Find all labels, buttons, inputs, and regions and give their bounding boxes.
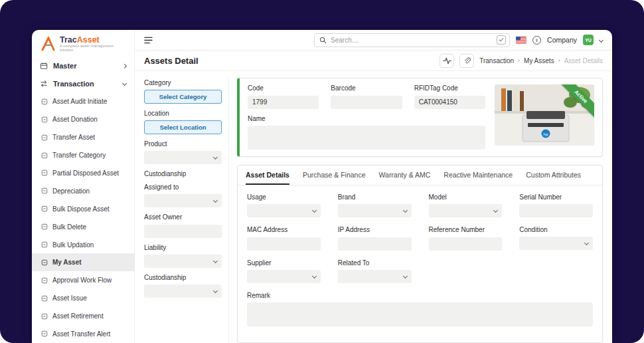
sidebar-item-label: Asset Issue [52,294,87,302]
menu-item-icon [41,277,48,284]
model-select[interactable] [429,204,503,217]
tab-custom-attributes[interactable]: Custom Attributes [526,166,581,185]
sidebar-item-bulk-dispose-asset[interactable]: Bulk Dispose Asset [32,200,134,218]
remark-label: Remark [247,292,593,299]
brand-tagline: A complete asset management solution [60,45,126,53]
remark-textarea[interactable] [247,302,593,326]
content-area: Category Select Category Location Select… [135,71,612,343]
chevron-right-icon: › [558,57,560,64]
sidebar-item-label: Transfer Asset [52,134,95,141]
brand-select[interactable] [338,204,412,217]
tab-asset-details[interactable]: Asset Details [246,166,289,185]
condition-select[interactable] [519,237,593,250]
paperclip-icon [463,57,471,65]
breadcrumb: Transaction › My Assets › Asset Details [479,57,603,64]
barcode-input[interactable] [331,96,402,109]
ip-address-label: IP Address [338,226,412,233]
sidebar-group-transaction[interactable]: Transaction [32,75,134,93]
select-category-button[interactable]: Select Category [144,90,222,104]
asset-detail-card: Asset Details Purchase & Finance Warrant… [237,165,603,343]
menu-item-icon [41,295,48,302]
menu-item-icon [41,205,48,212]
brand-logo-icon [40,37,56,51]
asset-summary-fields: Code Barcode RFIDTag Code [248,84,485,150]
select-location-button[interactable]: Select Location [144,120,222,134]
user-avatar[interactable]: YU [583,35,594,45]
menu-item-icon [41,98,48,105]
serial-number-label: Serial Number [519,193,593,201]
sidebar-item-asset-audit-initiate[interactable]: Asset Audit Initiate [32,92,134,110]
sidebar-item-asset-issue[interactable]: Asset Issue [32,289,134,307]
chevron-down-icon [402,273,407,278]
sidebar-group-master[interactable]: Master [32,57,134,75]
reference-number-input[interactable] [429,237,503,251]
supplier-select[interactable] [247,270,321,283]
model-label: Model [429,193,503,201]
sidebar-item-approval-work-flow[interactable]: Approval Work Flow [32,271,134,289]
serial-number-input[interactable] [519,204,593,217]
info-icon[interactable]: i [532,36,541,45]
tab-purchase-finance[interactable]: Purchase & Finance [303,166,366,185]
sidebar-item-depreciation[interactable]: Depreciation [32,182,134,200]
sidebar-item-transfer-category[interactable]: Transfer Category [32,146,134,164]
sidebar-item-label: Asset Donation [52,116,98,123]
mac-address-input[interactable] [247,237,321,251]
custodianship-label: Custodianship [144,274,222,281]
company-label: Company [547,36,577,44]
search-input[interactable] [331,37,493,44]
liability-select[interactable] [144,255,222,268]
code-input[interactable] [248,96,319,109]
checkbox-icon[interactable] [497,35,506,45]
brand: TracAsset A complete asset management so… [32,30,134,57]
usage-select[interactable] [247,204,321,217]
rfid-tag-input[interactable] [414,96,485,109]
sidebar-item-bulk-updation[interactable]: Bulk Updation [32,236,134,254]
tab-reactive-maintenance[interactable]: Reactive Maintenance [443,166,513,185]
breadcrumb-asset-details: Asset Details [564,57,603,64]
asset-owner-input[interactable] [144,225,222,238]
page-header: Assets Detail Transaction › My Assets [135,51,612,71]
chevron-down-icon [122,81,127,86]
name-input[interactable] [248,126,485,150]
activity-log-button[interactable] [440,54,454,68]
assigned-to-select[interactable] [144,194,222,207]
sidebar-group-label: Transaction [53,80,94,88]
sidebar-group-label: Master [53,62,76,70]
product-select[interactable] [144,151,222,164]
sidebar-item-asset-donation[interactable]: Asset Donation [32,110,134,128]
svg-text:hp: hp [544,132,548,137]
breadcrumb-transaction[interactable]: Transaction [479,57,514,64]
sidebar-item-label: Transfer Category [52,152,106,159]
attachment-button[interactable] [459,54,474,68]
tab-warranty-amc[interactable]: Warranty & AMC [379,166,431,185]
menu-item-icon [41,313,48,320]
us-flag-icon[interactable] [516,37,526,44]
ip-address-input[interactable] [338,237,412,251]
sidebar-item-label: Asset Audit Initiate [52,98,107,105]
custodianship-section-label: Custodianship [144,170,222,177]
chevron-down-icon[interactable] [599,37,604,42]
sidebar-item-label: Bulk Delete [52,223,86,231]
brand-name-primary: Trac [60,35,77,45]
sidebar-item-label: Bulk Updation [52,241,94,249]
sidebar-item-partial-disposed-asset[interactable]: Partial Disposed Asset [32,164,134,182]
transaction-icon [40,80,48,88]
sidebar-item-my-asset[interactable]: My Asset [32,253,134,271]
chevron-down-icon [584,241,589,245]
custodianship-select[interactable] [144,285,222,298]
app-window: TracAsset A complete asset management so… [32,30,612,343]
desktop-frame: TracAsset A complete asset management so… [0,0,644,343]
supplier-label: Supplier [247,259,321,267]
sidebar-item-label: Depreciation [52,187,90,195]
breadcrumb-my-assets[interactable]: My Assets [524,57,554,64]
sidebar-item-asset-retirement[interactable]: Asset Retirement [32,307,134,325]
sidebar-item-asset-transfer-alert[interactable]: Asset Transfer Alert [32,325,134,343]
related-to-select[interactable] [338,270,412,283]
sidebar-item-bulk-delete[interactable]: Bulk Delete [32,218,134,236]
menu-item-icon [41,330,48,337]
sidebar-item-transfer-asset[interactable]: Transfer Asset [32,128,134,146]
brand-text: TracAsset A complete asset management so… [60,36,126,53]
hamburger-menu-icon[interactable] [144,37,153,44]
menu-item-icon [41,187,48,194]
code-label: Code [248,84,319,92]
